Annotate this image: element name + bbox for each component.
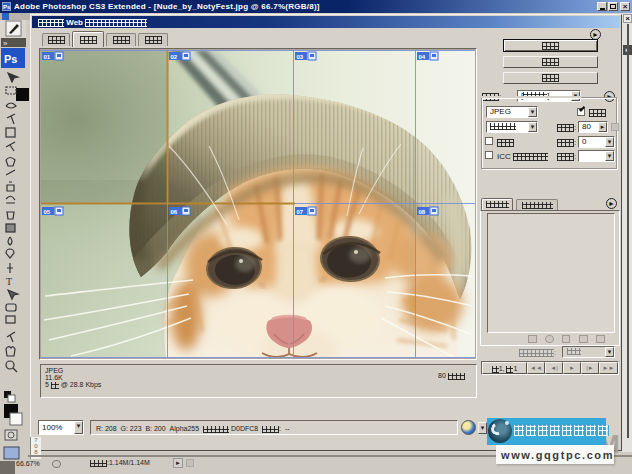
svg-text:03: 03 [297, 54, 304, 60]
svg-text:»: » [3, 39, 8, 48]
svg-text:04: 04 [419, 54, 426, 60]
svg-text:05: 05 [44, 209, 51, 215]
svg-text:08: 08 [419, 209, 426, 215]
svg-text:02: 02 [171, 54, 178, 60]
svg-text:T: T [6, 276, 12, 287]
svg-text:Ps: Ps [4, 53, 17, 65]
svg-text:06: 06 [171, 209, 178, 215]
svg-text:01: 01 [44, 54, 51, 60]
svg-text:07: 07 [297, 209, 304, 215]
